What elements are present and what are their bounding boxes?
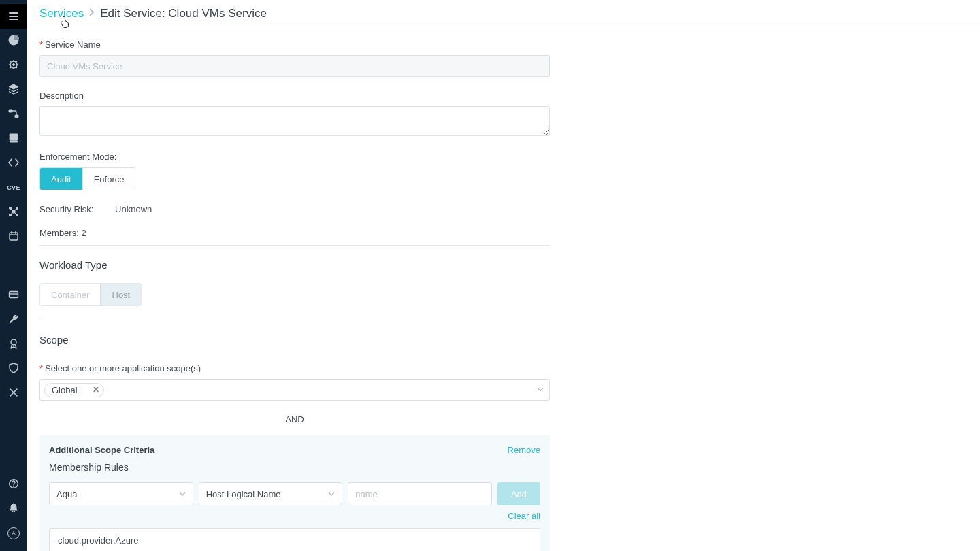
- svg-rect-3: [15, 115, 18, 118]
- breadcrumb: Services Edit Service: Cloud VMs Service: [27, 0, 980, 27]
- bell-icon: [8, 503, 19, 516]
- chevron-down-icon: [179, 489, 186, 499]
- network-icon: [8, 206, 19, 219]
- nav-layers[interactable]: [0, 78, 27, 102]
- card-icon: [8, 289, 19, 302]
- workload-host: Host: [100, 284, 141, 305]
- layers-icon: [8, 84, 19, 97]
- criteria-remove[interactable]: Remove: [508, 445, 540, 455]
- expression-box[interactable]: cloud.provider.Azure G: [49, 528, 540, 551]
- value-security-risk: Unknown: [115, 204, 152, 214]
- enforcement-audit[interactable]: Audit: [40, 168, 82, 190]
- nav-risk[interactable]: [0, 53, 27, 78]
- svg-rect-12: [10, 233, 18, 240]
- calendar-icon: [8, 231, 19, 244]
- award-icon: [8, 338, 19, 351]
- svg-rect-13: [10, 291, 18, 297]
- criteria-panel: Additional Scope Criteria Remove Members…: [39, 435, 550, 551]
- breadcrumb-services[interactable]: Services: [39, 7, 84, 20]
- left-nav: CVE: [0, 0, 27, 551]
- nav-code[interactable]: [0, 151, 27, 176]
- section-scope: Scope: [39, 334, 550, 346]
- rule-attribute-select[interactable]: Host Logical Name: [199, 482, 343, 505]
- divider: [39, 245, 550, 246]
- nav-help[interactable]: [0, 472, 27, 497]
- nav-shield[interactable]: [0, 356, 27, 381]
- avatar: A: [7, 527, 20, 539]
- rule-source-value: Aqua: [56, 489, 77, 499]
- nav-notifications[interactable]: [0, 497, 27, 521]
- nav-tools[interactable]: [0, 381, 27, 405]
- svg-rect-4: [10, 134, 18, 137]
- members-count: Members: 2: [39, 228, 86, 238]
- chevron-down-icon: [328, 489, 335, 499]
- rule-add-button[interactable]: Add: [497, 482, 540, 505]
- rule-clear-all[interactable]: Clear all: [508, 511, 540, 521]
- rule-row: Aqua Host Logical Name Add: [49, 482, 540, 505]
- enforcement-toggle: Audit Enforce: [39, 167, 135, 190]
- nav-flow[interactable]: [0, 102, 27, 127]
- label-scope-select: *Select one or more application scope(s): [39, 363, 550, 373]
- divider: [39, 320, 550, 320]
- nav-dashboard[interactable]: [0, 29, 27, 53]
- label-security-risk: Security Risk:: [39, 204, 93, 214]
- pie-chart-icon: [8, 35, 19, 48]
- help-icon: [8, 478, 19, 491]
- svg-point-16: [13, 486, 14, 487]
- cve-label: CVE: [7, 184, 20, 191]
- rule-source-select[interactable]: Aqua: [49, 482, 193, 505]
- main-content: *Service Name Description Enforcement Mo…: [27, 27, 980, 551]
- gear-alert-icon: [8, 59, 19, 72]
- flow-icon: [8, 108, 19, 121]
- label-service-name: *Service Name: [39, 39, 550, 50]
- svg-point-14: [11, 339, 16, 345]
- svg-rect-6: [10, 141, 18, 142]
- enforcement-enforce[interactable]: Enforce: [82, 168, 135, 190]
- shield-icon: [8, 363, 19, 375]
- chevron-right-icon: [89, 8, 95, 18]
- scope-select[interactable]: Global ✕: [39, 379, 550, 401]
- criteria-title: Additional Scope Criteria: [49, 445, 154, 455]
- label-description: Description: [39, 90, 550, 101]
- workload-container: Container: [40, 284, 100, 305]
- tools-icon: [8, 387, 19, 400]
- nav-award[interactable]: [0, 332, 27, 356]
- workload-toggle: Container Host: [39, 283, 142, 306]
- code-icon: [8, 157, 19, 170]
- nav-account[interactable]: A: [0, 521, 27, 546]
- svg-point-1: [13, 63, 15, 65]
- nav-cve[interactable]: CVE: [0, 176, 27, 200]
- nav-network[interactable]: [0, 200, 27, 224]
- input-service-name[interactable]: [39, 55, 550, 77]
- nav-menu-toggle[interactable]: [0, 4, 27, 29]
- scope-and: AND: [39, 414, 550, 424]
- section-workload-type: Workload Type: [39, 259, 550, 271]
- expression-value: cloud.provider.Azure: [58, 535, 139, 546]
- svg-rect-5: [10, 137, 18, 140]
- rule-value-input[interactable]: [348, 482, 492, 505]
- svg-rect-2: [9, 110, 12, 112]
- scope-tag-remove-icon[interactable]: ✕: [93, 385, 99, 395]
- rule-attribute-value: Host Logical Name: [206, 489, 281, 499]
- nav-card[interactable]: [0, 283, 27, 307]
- breadcrumb-current: Edit Service: Cloud VMs Service: [100, 7, 267, 20]
- nav-wrench[interactable]: [0, 307, 27, 332]
- scope-tag-label: Global: [52, 385, 78, 395]
- nav-calendar[interactable]: [0, 224, 27, 249]
- label-enforcement: Enforcement Mode:: [39, 152, 550, 162]
- nav-servers[interactable]: [0, 127, 27, 151]
- servers-icon: [8, 133, 19, 146]
- input-description[interactable]: [39, 106, 550, 136]
- wrench-icon: [8, 314, 19, 327]
- chevron-down-icon: [537, 385, 544, 395]
- membership-title: Membership Rules: [49, 462, 540, 473]
- scope-tag: Global ✕: [44, 383, 104, 397]
